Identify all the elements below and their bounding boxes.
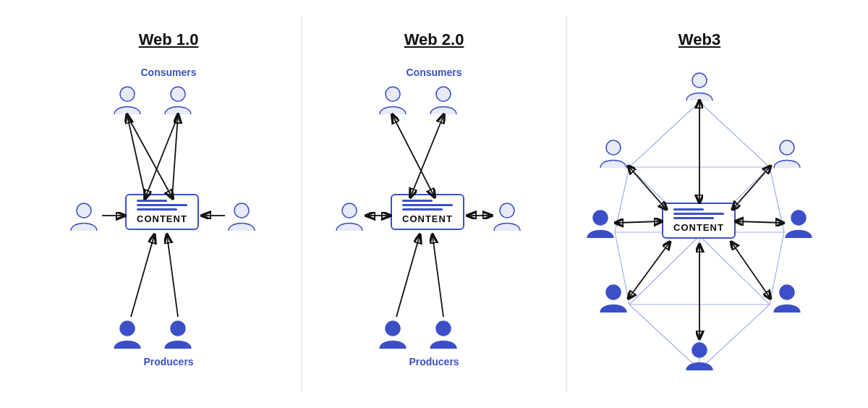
web1-content-lines — [137, 200, 187, 211]
svg-point-42 — [780, 140, 794, 155]
svg-point-19 — [436, 321, 451, 336]
web3-content-label: CONTENT — [673, 222, 724, 233]
web1-title: Web 1.0 — [139, 30, 199, 49]
svg-line-52 — [737, 221, 782, 223]
svg-line-25 — [433, 236, 443, 317]
web1-consumer1 — [111, 82, 144, 116]
svg-point-44 — [791, 211, 806, 225]
svg-point-43 — [593, 211, 608, 225]
web1-diagram: Consumers CONTENT — [60, 64, 277, 375]
svg-point-18 — [386, 321, 400, 336]
web1-content-box: CONTENT — [125, 194, 199, 230]
web2-diagram: Consumers CONTENT — [326, 64, 542, 375]
diagram-container: Web 1.0 Consumers CONTENT — [36, 16, 832, 392]
web3-content-box: CONTENT — [662, 203, 736, 239]
svg-line-24 — [396, 236, 420, 317]
web3-topleft-user — [597, 136, 630, 169]
web1-producer2 — [161, 317, 195, 350]
web3-bottomright-user — [770, 281, 804, 314]
svg-line-49 — [629, 167, 665, 208]
web3-midleft-user — [584, 206, 617, 239]
svg-line-8 — [127, 116, 145, 197]
web2-panel: Web 2.0 Consumers CONTENT — [302, 16, 567, 392]
web3-top-user — [683, 69, 716, 102]
svg-point-3 — [234, 203, 249, 218]
web1-line1 — [137, 200, 167, 202]
web2-line3 — [402, 208, 443, 211]
svg-point-40 — [692, 73, 707, 88]
web2-consumers-label: Consumers — [406, 67, 461, 78]
web2-title: Web 2.0 — [404, 30, 464, 49]
svg-point-14 — [386, 87, 400, 101]
svg-point-46 — [780, 285, 794, 299]
web3-topright-user — [770, 136, 804, 169]
web1-content-label: CONTENT — [137, 213, 187, 224]
web1-consumers-label: Consumers — [140, 67, 196, 78]
svg-point-17 — [500, 203, 514, 218]
web2-left-user — [333, 199, 366, 232]
web2-producers-label: Producers — [409, 356, 459, 367]
web3-bottomleft-user — [597, 281, 630, 314]
web3-title: Web3 — [678, 30, 720, 49]
svg-line-21 — [411, 116, 443, 196]
svg-point-45 — [606, 285, 621, 299]
web2-content-box: CONTENT — [391, 194, 464, 230]
svg-line-7 — [145, 116, 178, 197]
web2-content-label: CONTENT — [402, 213, 453, 224]
web2-consumer2 — [427, 82, 460, 116]
web2-consumer1 — [376, 82, 409, 116]
web1-producer1 — [111, 317, 144, 350]
svg-point-2 — [77, 203, 91, 218]
web1-producers-label: Producers — [143, 356, 193, 367]
web2-content-lines — [402, 200, 453, 211]
web1-line3 — [137, 208, 177, 211]
svg-line-6 — [127, 116, 172, 197]
web1-right-user — [225, 199, 258, 232]
web3-diagram: CONTENT — [584, 64, 815, 375]
web2-line2 — [402, 204, 453, 206]
web1-line2 — [137, 204, 187, 206]
web3-line1 — [673, 208, 704, 211]
svg-point-16 — [342, 203, 357, 218]
svg-point-0 — [120, 87, 135, 101]
svg-point-15 — [436, 87, 451, 101]
web2-line1 — [402, 200, 433, 202]
web3-line3 — [673, 217, 714, 219]
svg-line-50 — [733, 167, 770, 208]
web3-line2 — [673, 213, 724, 215]
svg-line-9 — [172, 116, 178, 197]
svg-point-1 — [171, 87, 185, 101]
svg-point-4 — [120, 321, 135, 336]
svg-line-20 — [393, 116, 434, 196]
svg-point-47 — [692, 343, 707, 357]
web2-producer2 — [427, 317, 460, 350]
svg-point-41 — [606, 140, 621, 155]
web3-midright-user — [782, 206, 815, 239]
svg-point-5 — [171, 321, 185, 336]
svg-line-28 — [615, 167, 629, 232]
svg-line-26 — [629, 102, 699, 167]
web2-right-user — [490, 199, 524, 232]
web1-consumer2 — [161, 82, 195, 116]
svg-line-12 — [131, 236, 154, 317]
web2-producer1 — [376, 317, 409, 350]
web1-panel: Web 1.0 Consumers CONTENT — [36, 16, 302, 392]
web3-bottom-user — [683, 339, 716, 372]
svg-line-27 — [699, 102, 770, 167]
svg-line-51 — [617, 221, 660, 223]
svg-line-54 — [732, 243, 770, 297]
svg-line-13 — [167, 236, 178, 317]
web3-panel: Web3 — [567, 16, 832, 392]
web1-left-user — [67, 199, 101, 232]
web3-content-lines — [673, 208, 724, 219]
svg-line-53 — [629, 243, 669, 297]
